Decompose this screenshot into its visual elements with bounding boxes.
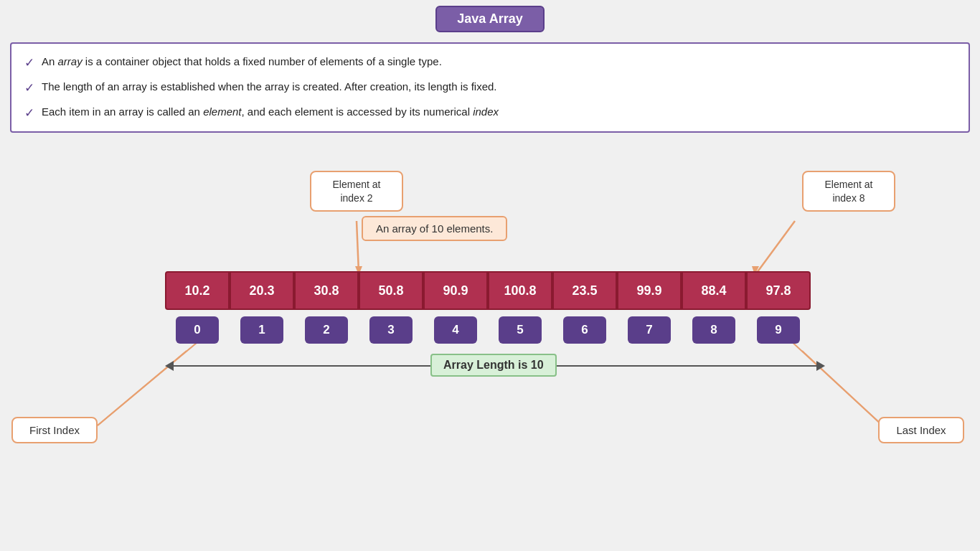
svg-line-5 bbox=[98, 339, 201, 425]
info-item-1: ✓ An array is a container object that ho… bbox=[24, 54, 956, 72]
info-text-1: An array is a container object that hold… bbox=[42, 54, 442, 69]
checkmark-icon-2: ✓ bbox=[24, 80, 34, 97]
array-cell-0: 10.2 bbox=[165, 271, 230, 310]
array-cell-7: 99.9 bbox=[617, 271, 682, 310]
index-cell-4: 4 bbox=[434, 316, 477, 344]
index-cell-6: 6 bbox=[563, 316, 606, 344]
array-label-box: An array of 10 elements. bbox=[362, 216, 507, 241]
array-cell-1: 20.3 bbox=[230, 271, 294, 310]
svg-line-7 bbox=[789, 339, 882, 425]
array-length-label: Array Length is 10 bbox=[430, 354, 557, 377]
title-bar: Java Array bbox=[0, 0, 980, 37]
diagram-area: Element atindex 2 Element atindex 8 An a… bbox=[0, 138, 980, 490]
svg-line-2 bbox=[757, 221, 795, 273]
array-cell-9: 97.8 bbox=[746, 271, 811, 310]
index-cell-9: 9 bbox=[757, 316, 800, 344]
index-cell-2: 2 bbox=[305, 316, 348, 344]
info-item-3: ✓ Each item in an array is called an ele… bbox=[24, 104, 956, 122]
array-cell-4: 90.9 bbox=[423, 271, 488, 310]
svg-line-0 bbox=[357, 221, 359, 273]
info-text-3: Each item in an array is called an eleme… bbox=[42, 104, 499, 119]
index-cell-1: 1 bbox=[240, 316, 283, 344]
array-cell-5: 100.8 bbox=[488, 271, 552, 310]
callout-index2: Element atindex 2 bbox=[310, 171, 403, 211]
index-cell-0: 0 bbox=[176, 316, 219, 344]
index-cell-3: 3 bbox=[369, 316, 413, 344]
page-title: Java Array bbox=[435, 6, 544, 32]
info-box: ✓ An array is a container object that ho… bbox=[10, 42, 970, 133]
array-cell-6: 23.5 bbox=[552, 271, 617, 310]
info-text-2: The length of an array is established wh… bbox=[42, 79, 497, 94]
array-cells: 10.220.330.850.890.9100.823.599.988.497.… bbox=[165, 271, 811, 310]
array-cell-2: 30.8 bbox=[294, 271, 359, 310]
index-cell-8: 8 bbox=[692, 316, 735, 344]
arrow-left bbox=[165, 361, 174, 371]
array-cell-8: 88.4 bbox=[682, 271, 746, 310]
first-index-box: First Index bbox=[11, 417, 98, 443]
checkmark-icon: ✓ bbox=[24, 55, 34, 72]
info-item-2: ✓ The length of an array is established … bbox=[24, 79, 956, 97]
index-cell-5: 5 bbox=[499, 316, 542, 344]
index-cell-7: 7 bbox=[628, 316, 671, 344]
array-cell-3: 50.8 bbox=[359, 271, 423, 310]
index-cells: 0123456789 bbox=[176, 316, 800, 344]
last-index-box: Last Index bbox=[878, 417, 964, 443]
checkmark-icon-3: ✓ bbox=[24, 105, 34, 122]
arrow-right bbox=[816, 361, 825, 371]
callout-index8: Element atindex 8 bbox=[802, 171, 895, 211]
